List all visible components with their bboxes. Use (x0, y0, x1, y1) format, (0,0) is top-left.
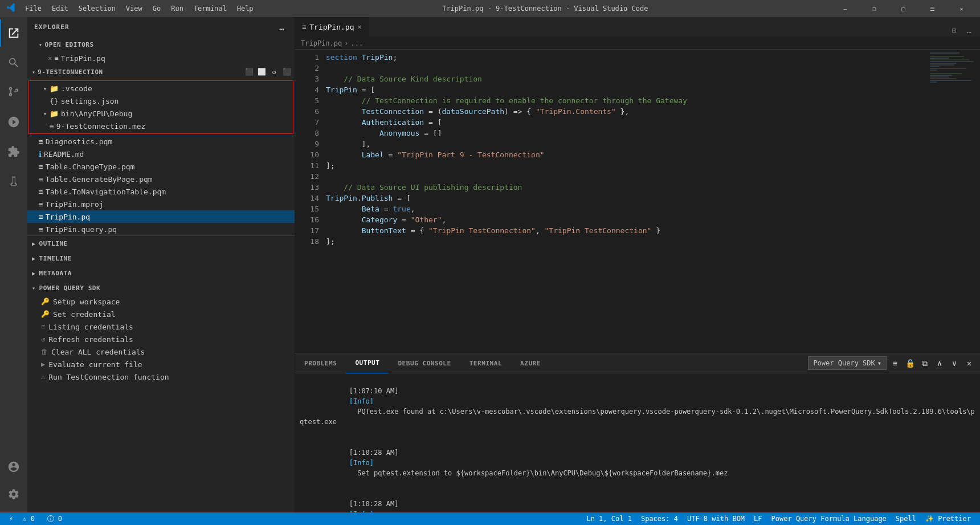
maximize-button[interactable]: □ (891, 0, 916, 17)
panel-tab-debug[interactable]: DEBUG CONSOLE (389, 353, 460, 373)
code-line-16: Category = "Other", (324, 214, 929, 225)
status-errors[interactable]: ⚠ 0 ⓘ 0 (18, 512, 67, 525)
menu-file[interactable]: File (21, 3, 46, 14)
menu-run[interactable]: Run (166, 3, 188, 14)
split-editor-btn[interactable]: ⊡ (948, 24, 961, 36)
status-position[interactable]: Ln 1, Col 1 (582, 512, 636, 525)
open-editors-header[interactable]: ▾ OPEN EDITORS (27, 37, 295, 52)
metadata-header[interactable]: ▶ METADATA (27, 266, 295, 280)
panel-up-btn[interactable]: ∧ (933, 357, 946, 369)
ttn-icon: ≡ (39, 188, 43, 196)
metadata-chevron: ▶ (32, 270, 36, 276)
restore-button[interactable]: ❒ (861, 0, 887, 17)
pq-icon: ≡ (39, 213, 43, 221)
tree-table-changetype[interactable]: ≡ Table.ChangeType.pqm (27, 160, 295, 173)
status-spell[interactable]: Spell (891, 512, 921, 525)
editor-area: ≡ TripPin.pq ✕ ⊡ … TripPin.pq › ... 1234… (295, 17, 980, 512)
project-header[interactable]: ▾ 9-TESTCONNECTION (32, 68, 103, 76)
tree-diagnostics[interactable]: ≡ Diagnostics.pqm (27, 135, 295, 148)
log-time-2: [1:10:28 AM] (349, 500, 399, 508)
activity-accounts[interactable] (0, 453, 27, 481)
tree-bin-folder[interactable]: ▾ 📁 bin\AnyCPU\Debug (29, 107, 293, 120)
new-folder-btn[interactable]: ⬜ (256, 66, 267, 78)
activity-search[interactable] (0, 49, 27, 76)
pq-evaluate[interactable]: ▶ Evaluate current file (27, 358, 295, 371)
menu-edit[interactable]: Edit (47, 3, 73, 14)
activity-source-control[interactable] (0, 79, 27, 106)
code-content[interactable]: section TripPin; // Data Source Kind des… (324, 50, 929, 353)
tab-trippin-pq[interactable]: ≡ TripPin.pq ✕ (295, 17, 369, 36)
menu-go[interactable]: Go (148, 3, 165, 14)
outline-header[interactable]: ▶ OUTLINE (27, 236, 295, 251)
code-line-11: ]; (324, 160, 929, 171)
power-query-sdk-header[interactable]: ▾ POWER QUERY SDK (27, 280, 295, 295)
status-eol[interactable]: LF (749, 512, 766, 525)
refresh-explorer-btn[interactable]: ↺ (268, 66, 280, 78)
more-actions-btn[interactable]: … (963, 24, 975, 36)
tree-trippin-pq[interactable]: ≡ TripPin.pq (27, 210, 295, 223)
pq-sdk-chevron: ▾ (32, 285, 36, 291)
pq-clear-credentials[interactable]: 🗑 Clear ALL credentials (27, 345, 295, 358)
activity-test[interactable] (0, 168, 27, 195)
tree-settings-json[interactable]: {} settings.json (29, 95, 293, 107)
status-language[interactable]: Power Query Formula Language (767, 512, 891, 525)
credential-icon: 🔑 (41, 310, 50, 318)
new-file-button[interactable]: … (276, 22, 288, 33)
close-file-icon[interactable]: ✕ (48, 54, 52, 62)
panel-tab-output[interactable]: OUTPUT (346, 353, 389, 373)
panel-down-btn[interactable]: ∨ (948, 357, 961, 369)
menu-help[interactable]: Help (232, 3, 258, 14)
menu-selection[interactable]: Selection (74, 3, 120, 14)
collapse-all-btn[interactable]: ⬛ (281, 66, 292, 78)
status-branch[interactable]: ⚡ (5, 512, 18, 525)
mproj-icon: ≡ (39, 200, 43, 209)
status-prettier[interactable]: ✨ Prettier (921, 512, 975, 525)
explorer-label: EXPLORER (34, 23, 70, 31)
breadcrumb-more[interactable]: ... (350, 39, 363, 47)
status-spaces[interactable]: Spaces: 4 (636, 512, 683, 525)
new-file-project-btn[interactable]: ⬛ (243, 66, 255, 78)
tree-trippin-query[interactable]: ≡ TripPin.query.pq (27, 223, 295, 235)
pq-setup-workspace[interactable]: 🔑 Setup workspace (27, 295, 295, 308)
tree-mez-file[interactable]: ≡ 9-TestConnection.mez (29, 120, 293, 132)
split-button[interactable]: ☰ (920, 0, 945, 17)
tab-close-btn[interactable]: ✕ (358, 23, 362, 31)
lock-output-btn[interactable]: 🔒 (904, 357, 916, 369)
timeline-header[interactable]: ▶ TIMELINE (27, 251, 295, 266)
panel-tab-terminal[interactable]: TERMINAL (460, 353, 511, 373)
close-button[interactable]: ✕ (949, 0, 974, 17)
code-editor[interactable]: 12345 678910 1112131415 161718 section T… (295, 50, 980, 353)
activity-settings[interactable] (0, 481, 27, 508)
panel-tab-azure[interactable]: AZURE (511, 353, 550, 373)
tree-table-generatebypage[interactable]: ≡ Table.GenerateByPage.pqm (27, 173, 295, 185)
menu-view[interactable]: View (121, 3, 147, 14)
refresh-cred-label: Refresh credentials (48, 335, 133, 344)
pq-refresh-credentials[interactable]: ↺ Refresh credentials (27, 333, 295, 345)
breadcrumb-file[interactable]: TripPin.pq (301, 39, 342, 47)
filter-output-btn[interactable]: ≡ (889, 357, 901, 369)
panel-tab-problems[interactable]: PROBLEMS (295, 353, 346, 373)
position-text: Ln 1, Col 1 (586, 515, 631, 523)
tree-table-tonavigation[interactable]: ≡ Table.ToNavigationTable.pqm (27, 185, 295, 198)
power-query-items: 🔑 Setup workspace 🔑 Set credential ≡ Lis… (27, 295, 295, 383)
open-file-trippin[interactable]: ✕ ≡ TripPin.pq (27, 52, 295, 64)
menu-terminal[interactable]: Terminal (189, 3, 231, 14)
status-encoding[interactable]: UTF-8 with BOM (683, 512, 749, 525)
pq-set-credential[interactable]: 🔑 Set credential (27, 308, 295, 320)
close-panel-btn[interactable]: ✕ (963, 357, 975, 369)
tree-vscode-folder[interactable]: ▾ 📁 .vscode (29, 82, 293, 95)
sidebar: EXPLORER … ▾ OPEN EDITORS ✕ ≡ TripPin.pq… (27, 17, 295, 512)
activity-extensions[interactable] (0, 138, 27, 165)
code-line-15: Beta = true, (324, 204, 929, 214)
tree-readme[interactable]: ℹ README.md (27, 148, 295, 160)
minimize-button[interactable]: — (832, 0, 858, 17)
tgp-icon: ≡ (39, 175, 43, 184)
pq-run-test[interactable]: ⚠ Run TestConnection function (27, 371, 295, 383)
title-bar-left: File Edit Selection View Go Run Terminal… (6, 2, 258, 15)
pq-listing-credentials[interactable]: ≡ Listing credentials (27, 320, 295, 333)
copy-output-btn[interactable]: ⧉ (918, 357, 931, 369)
output-source-dropdown[interactable]: Power Query SDK ▾ (808, 356, 887, 370)
activity-run[interactable] (0, 108, 27, 136)
activity-explorer[interactable] (0, 19, 27, 47)
tree-trippin-mproj[interactable]: ≡ TripPin.mproj (27, 198, 295, 210)
